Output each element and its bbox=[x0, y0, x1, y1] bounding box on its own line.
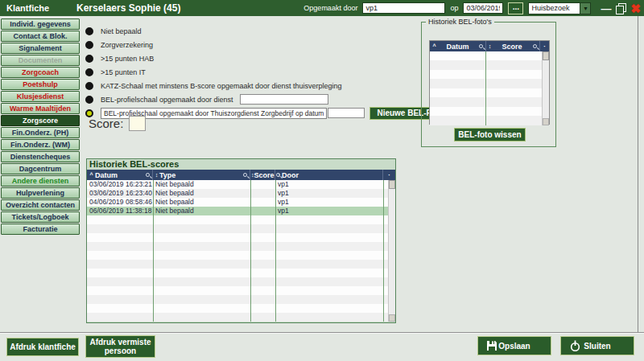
chevron-down-icon[interactable]: ▼ bbox=[580, 3, 590, 14]
date-input[interactable] bbox=[463, 2, 503, 14]
grid-corner-cell[interactable]: · bbox=[383, 170, 395, 180]
column-header-score[interactable]: ↕ Score bbox=[486, 41, 540, 51]
bel-fotos-body[interactable] bbox=[430, 51, 549, 125]
radio-icon[interactable] bbox=[85, 27, 93, 35]
search-icon[interactable] bbox=[479, 44, 483, 48]
radio-option-15-punten-it[interactable]: >15 punten IT bbox=[85, 65, 451, 79]
close-icon[interactable]: ✖ bbox=[630, 2, 641, 14]
sidebar-item-zorgscore[interactable]: Zorgscore bbox=[1, 115, 80, 126]
sidebar-item-overzicht-contacten[interactable]: Overzicht contacten bbox=[1, 199, 80, 211]
radio-option-niet-bepaald[interactable]: Niet bepaald bbox=[85, 24, 451, 38]
minimize-button[interactable]: — bbox=[601, 2, 611, 14]
table-cell-type: Niet bepaald bbox=[153, 189, 250, 198]
score-input[interactable] bbox=[129, 116, 146, 131]
search-icon[interactable] bbox=[243, 173, 247, 177]
column-label: Door bbox=[282, 171, 382, 179]
sidebar-item-fin-onderz-ph[interactable]: Fin.Onderz. (PH) bbox=[1, 127, 80, 138]
score-row: Score: bbox=[89, 116, 146, 131]
table-row[interactable]: 04/06/2019 08:58:46Niet bepaaldvp1 bbox=[87, 198, 395, 207]
column-header-score[interactable]: ↕ Score bbox=[250, 170, 275, 180]
radio-icon[interactable] bbox=[85, 68, 93, 76]
sidebar-item-facturatie[interactable]: Facturatie bbox=[1, 224, 80, 235]
sidebar-item-fin-onderz-wm[interactable]: Fin.Onderz. (WM) bbox=[1, 139, 80, 150]
table-row[interactable]: 03/06/2019 16:23:21Niet bepaaldvp1 bbox=[87, 180, 395, 189]
sort-caret-icon: ^ bbox=[88, 172, 95, 178]
radio-icon[interactable] bbox=[85, 82, 93, 90]
scrollbar[interactable] bbox=[542, 51, 549, 125]
radio-icon[interactable] bbox=[85, 55, 93, 63]
date-picker-button[interactable]: ... bbox=[508, 2, 523, 14]
opslaan-button[interactable]: Opslaan bbox=[477, 336, 551, 355]
column-header-datum[interactable]: ^ Datum bbox=[430, 41, 486, 51]
restore-icon[interactable] bbox=[616, 3, 625, 13]
table-cell-type: Niet bepaald bbox=[153, 207, 250, 215]
scrollbar-end[interactable] bbox=[543, 118, 549, 125]
sidebar-item-dienstencheques[interactable]: Dienstencheques bbox=[1, 151, 80, 162]
sluiten-button[interactable]: Sluiten bbox=[560, 336, 634, 355]
scrollbar-thumb[interactable] bbox=[389, 180, 395, 189]
column-header-door[interactable]: ↕ Door bbox=[275, 170, 383, 180]
grid-corner-cell[interactable]: · bbox=[540, 41, 549, 51]
column-label: Score bbox=[254, 171, 275, 179]
klantfiche-window: Klantfiche Kerselaers Sophie (45) Opgema… bbox=[0, 0, 644, 361]
sidebar-item-poetshulp[interactable]: Poetshulp bbox=[1, 79, 80, 90]
radio-label: >15 punten IT bbox=[101, 68, 146, 76]
radio-label: Zorgverzekering bbox=[101, 41, 153, 49]
sluiten-label: Sluiten bbox=[584, 342, 610, 351]
zorgscore-options: Niet bepaald Zorgverzekering >15 punten … bbox=[85, 24, 451, 120]
content-right-border bbox=[638, 16, 638, 333]
table-cell-score bbox=[250, 198, 275, 207]
titlebar: Klantfiche Kerselaers Sophie (45) Opgema… bbox=[0, 0, 644, 16]
table-row[interactable]: 06/06/2019 11:38:18Niet bepaaldvp1 bbox=[87, 207, 395, 215]
scrollbar-end[interactable] bbox=[389, 314, 395, 322]
sidebar-item-contact-blok[interactable]: Contact & Blok. bbox=[1, 31, 80, 42]
column-label: Type bbox=[159, 171, 242, 179]
sidebar-item-signalement[interactable]: Signalement bbox=[1, 43, 80, 54]
column-divider bbox=[485, 51, 486, 125]
column-divider bbox=[250, 180, 251, 322]
column-header-datum[interactable]: ^ Datum bbox=[87, 170, 153, 180]
column-header-type[interactable]: ↕ Type bbox=[153, 170, 250, 180]
sidebar-item-klusjesdienst[interactable]: Klusjesdienst bbox=[1, 91, 80, 102]
sidebar-item-documenten[interactable]: Documenten bbox=[1, 55, 80, 66]
radio-option-bel-dienst[interactable]: BEL-profielschaal opgemaakt door dienst bbox=[85, 92, 451, 106]
radio-option-katz-schaal[interactable]: KATZ-Schaal met minstens B-score opgemaa… bbox=[85, 79, 451, 92]
radio-option-15-punten-hab[interactable]: >15 punten HAB bbox=[85, 51, 451, 65]
bel-foto-wissen-button[interactable]: BEL-foto wissen bbox=[454, 128, 526, 142]
afdruk-klantfiche-button[interactable]: Afdruk klantfiche bbox=[6, 338, 79, 356]
sidebar-item-individ-gegevens[interactable]: Individ. gegevens bbox=[1, 18, 80, 30]
search-icon[interactable] bbox=[276, 173, 280, 177]
sort-caret-icon: ^ bbox=[431, 43, 438, 49]
sidebar-item-warme-maaltijden[interactable]: Warme Maaltijden bbox=[1, 103, 80, 114]
column-label: Score bbox=[493, 43, 531, 51]
sidebar-item-dagcentrum[interactable]: Dagcentrum bbox=[1, 163, 80, 174]
sidebar-item-andere-diensten[interactable]: Andere diensten bbox=[1, 175, 80, 187]
table-row[interactable]: 03/06/2019 16:23:40Niet bepaaldvp1 bbox=[87, 189, 395, 198]
afdruk-vermiste-persoon-button[interactable]: Afdruk vermiste persoon bbox=[85, 335, 155, 358]
scrollbar[interactable] bbox=[388, 180, 395, 322]
bel-scores-panel: Historiek BEL-scores ^ Datum ↕ Type ↕ Sc… bbox=[86, 158, 396, 323]
table-cell-datum: 03/06/2019 16:23:21 bbox=[87, 180, 153, 189]
table-cell-type: Niet bepaald bbox=[153, 198, 250, 207]
radio-option-zorgverzekering[interactable]: Zorgverzekering bbox=[85, 38, 451, 51]
score-label: Score: bbox=[89, 117, 123, 130]
table-cell-door: vp1 bbox=[275, 180, 383, 189]
visit-type-select[interactable]: Huisbezoek ▼ bbox=[528, 2, 591, 14]
sidebar-item-hulpverlening[interactable]: Hulpverlening bbox=[1, 187, 80, 199]
bel-datum-input[interactable] bbox=[328, 108, 365, 118]
column-label: Datum bbox=[438, 43, 477, 51]
visit-type-value: Huisbezoek bbox=[529, 4, 580, 12]
radio-icon[interactable] bbox=[85, 41, 93, 49]
table-cell-door: vp1 bbox=[275, 198, 383, 207]
search-icon[interactable] bbox=[146, 173, 150, 177]
sidebar-item-zorgcoach[interactable]: Zorgcoach bbox=[1, 67, 80, 78]
scrollbar-thumb[interactable] bbox=[543, 51, 549, 60]
column-divider bbox=[153, 180, 154, 322]
radio-icon[interactable] bbox=[85, 96, 93, 104]
bel-scores-title: Historiek BEL-scores bbox=[87, 159, 395, 170]
bel-scores-body[interactable]: 03/06/2019 16:23:21Niet bepaaldvp103/06/… bbox=[87, 180, 395, 322]
opgemaakt-door-input[interactable] bbox=[362, 2, 445, 14]
dienst-input[interactable] bbox=[240, 94, 328, 105]
search-icon[interactable] bbox=[533, 44, 537, 48]
sidebar-item-tickets-logboek[interactable]: Tickets/Logboek bbox=[1, 211, 80, 223]
